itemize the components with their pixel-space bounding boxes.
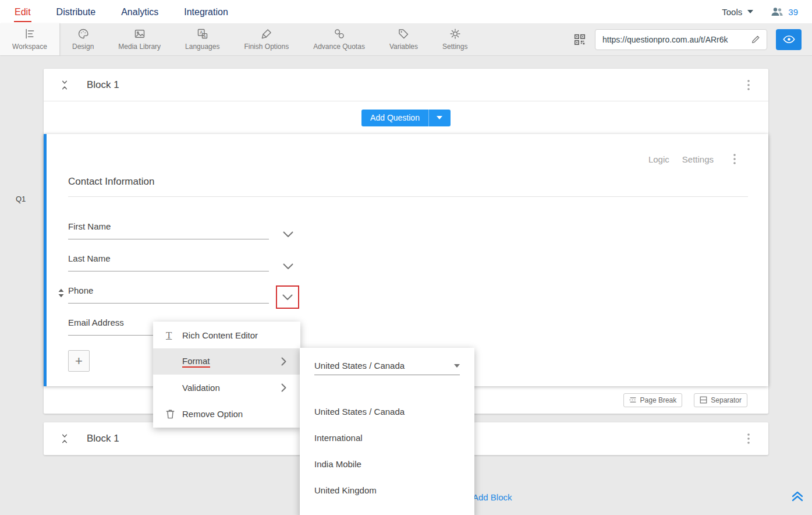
toolbar-item-label: Languages xyxy=(185,43,219,51)
add-block-link[interactable]: Add Block xyxy=(473,492,512,502)
row-options-chevron-icon[interactable] xyxy=(283,263,293,270)
brush-icon xyxy=(261,28,272,40)
nav-item-edit[interactable]: Edit xyxy=(14,2,31,22)
menu-item-validation[interactable]: Validation xyxy=(153,375,300,401)
workspace-tab[interactable]: Workspace xyxy=(0,23,60,55)
format-select[interactable]: United States / Canada xyxy=(314,361,460,375)
block-header: Block 1 xyxy=(44,69,768,101)
workspace-icon xyxy=(24,28,36,40)
editor-toolbar: Workspace Design Media Library xyxy=(0,23,812,56)
logic-link[interactable]: Logic xyxy=(648,154,669,164)
question-menu-dots-icon[interactable] xyxy=(731,151,738,167)
menu-item-label: Validation xyxy=(182,383,220,393)
collaborators-button[interactable]: 39 xyxy=(771,7,798,17)
format-submenu-panel: United States / Canada United States / C… xyxy=(300,348,474,515)
menu-item-format[interactable]: Format xyxy=(153,348,300,375)
menu-item-label: Remove Option xyxy=(182,409,243,419)
format-option-international[interactable]: International xyxy=(300,425,474,451)
page-break-label: Page Break xyxy=(640,396,677,404)
format-option-us-canada[interactable]: United States / Canada xyxy=(300,398,474,425)
question-title[interactable]: Contact Information xyxy=(68,176,154,188)
survey-editor-canvas: Block 1 Add Question Logic Settings xyxy=(0,69,812,515)
menu-item-label: Rich Content Editor xyxy=(182,330,258,340)
pencil-icon[interactable] xyxy=(751,34,761,44)
translate-icon: A a xyxy=(197,28,208,40)
survey-url-text: https://questionpro.com.au/t/ARr6k xyxy=(602,35,746,44)
collaborators-count: 39 xyxy=(788,7,798,17)
trash-icon xyxy=(166,409,182,419)
caret-down-icon xyxy=(454,364,460,368)
toolbar-item-languages[interactable]: A a Languages xyxy=(173,23,232,55)
block-menu-dots-icon[interactable] xyxy=(745,77,752,93)
toolbar-item-label: Advance Quotas xyxy=(313,43,365,51)
toolbar-item-label: Media Library xyxy=(118,43,161,51)
field-label[interactable]: Last Name xyxy=(68,253,269,271)
block-title[interactable]: Block 1 xyxy=(87,79,119,91)
drag-handle-icon[interactable] xyxy=(58,288,65,298)
add-question-dropdown-button[interactable] xyxy=(428,110,451,126)
settings-link[interactable]: Settings xyxy=(682,154,714,164)
toolbar-item-design[interactable]: Design xyxy=(60,23,106,55)
top-nav-right: Tools 39 xyxy=(722,7,798,17)
plus-icon: + xyxy=(75,354,83,369)
top-nav-items: Edit Distribute Analytics Integration xyxy=(14,2,229,22)
nav-item-integration[interactable]: Integration xyxy=(183,2,229,22)
nav-item-distribute[interactable]: Distribute xyxy=(56,2,97,22)
survey-url-field[interactable]: https://questionpro.com.au/t/ARr6k xyxy=(595,29,767,50)
svg-text:a: a xyxy=(204,34,206,38)
chevron-down-icon xyxy=(747,10,753,13)
page-break-icon xyxy=(629,396,637,404)
add-question-row: Add Question xyxy=(44,101,768,134)
tag-icon xyxy=(398,28,409,40)
field-row-last-name: Last Name xyxy=(68,239,748,271)
toolbar-item-label: Design xyxy=(72,43,94,51)
tools-menu[interactable]: Tools xyxy=(722,7,753,17)
separator-button[interactable]: Separator xyxy=(694,393,747,407)
field-label[interactable]: Phone xyxy=(68,285,269,304)
contact-fields: First Name Last Name xyxy=(68,207,748,336)
page-break-button[interactable]: Page Break xyxy=(623,393,683,407)
format-select-value: United States / Canada xyxy=(314,361,405,371)
toolbar-item-media-library[interactable]: Media Library xyxy=(106,23,173,55)
block-title[interactable]: Block 1 xyxy=(87,433,119,445)
top-nav: Edit Distribute Analytics Integration To… xyxy=(0,0,812,23)
toolbar-item-label: Variables xyxy=(389,43,418,51)
toolbar-item-advance-quotas[interactable]: Advance Quotas xyxy=(301,23,377,55)
toolbar-item-variables[interactable]: Variables xyxy=(377,23,430,55)
text-format-icon: T xyxy=(166,330,182,341)
toolbar-item-settings[interactable]: Settings xyxy=(430,23,480,55)
qr-code-icon[interactable] xyxy=(573,33,586,46)
question-title-divider xyxy=(68,196,748,197)
add-row-button[interactable]: + xyxy=(68,350,90,372)
separator-label: Separator xyxy=(711,396,742,404)
menu-item-label: Format xyxy=(182,356,210,368)
format-options-list: United States / Canada International Ind… xyxy=(300,398,474,503)
nav-item-analytics[interactable]: Analytics xyxy=(120,2,159,22)
eye-icon xyxy=(783,35,795,44)
menu-item-remove-option[interactable]: Remove Option xyxy=(153,401,300,427)
toolbar-item-label: Finish Options xyxy=(244,43,289,51)
separator-icon xyxy=(700,396,707,404)
collapse-block-icon[interactable] xyxy=(60,80,69,90)
row-options-chevron-icon[interactable] xyxy=(283,231,293,238)
add-question-button[interactable]: Add Question xyxy=(361,110,428,126)
preview-button[interactable] xyxy=(776,29,802,50)
collapse-block-icon[interactable] xyxy=(60,433,69,444)
scroll-to-top-icon[interactable] xyxy=(790,491,804,502)
row-options-chevron-icon xyxy=(282,294,293,301)
field-label[interactable]: First Name xyxy=(68,221,269,239)
add-question-split-button: Add Question xyxy=(361,110,451,126)
block-menu-dots-icon[interactable] xyxy=(745,431,752,446)
workspace-label: Workspace xyxy=(12,43,47,51)
format-option-india-mobile[interactable]: India Mobile xyxy=(300,451,474,477)
format-option-united-kingdom[interactable]: United Kingdom xyxy=(300,477,474,503)
image-icon xyxy=(134,28,146,40)
menu-item-rich-content-editor[interactable]: T Rich Content Editor xyxy=(153,322,300,348)
tools-label: Tools xyxy=(722,7,742,17)
chevron-right-icon xyxy=(281,357,286,366)
toolbar-item-label: Settings xyxy=(442,43,467,51)
field-row-phone: Phone xyxy=(68,271,748,304)
toolbar-item-finish-options[interactable]: Finish Options xyxy=(232,23,301,55)
row-options-context-menu: T Rich Content Editor Format Validation xyxy=(153,322,300,428)
toolbar-right: https://questionpro.com.au/t/ARr6k xyxy=(573,23,812,55)
